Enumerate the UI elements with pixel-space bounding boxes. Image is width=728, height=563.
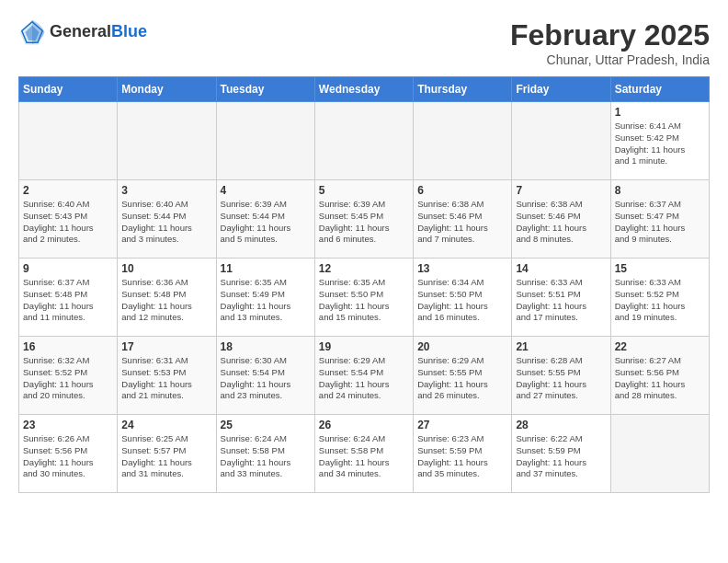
location: Chunar, Uttar Pradesh, India xyxy=(510,52,710,67)
calendar-cell xyxy=(216,102,314,180)
calendar-cell: 23Sunrise: 6:26 AM Sunset: 5:56 PM Dayli… xyxy=(19,415,118,493)
day-number: 18 xyxy=(221,340,311,353)
weekday-header: Sunday xyxy=(19,77,118,102)
day-info: Sunrise: 6:26 AM Sunset: 5:56 PM Dayligh… xyxy=(23,433,113,480)
calendar-cell xyxy=(414,102,512,180)
day-info: Sunrise: 6:28 AM Sunset: 5:55 PM Dayligh… xyxy=(516,355,606,402)
calendar-cell: 10Sunrise: 6:36 AM Sunset: 5:48 PM Dayli… xyxy=(118,259,216,337)
calendar-cell: 24Sunrise: 6:25 AM Sunset: 5:57 PM Dayli… xyxy=(118,415,216,493)
day-number: 21 xyxy=(516,340,606,353)
day-number: 19 xyxy=(319,340,409,353)
day-info: Sunrise: 6:36 AM Sunset: 5:48 PM Dayligh… xyxy=(121,277,211,324)
calendar-week-row: 2Sunrise: 6:40 AM Sunset: 5:43 PM Daylig… xyxy=(19,180,710,259)
page-header: GeneralBlue February 2025 Chunar, Uttar … xyxy=(18,18,710,67)
title-block: February 2025 Chunar, Uttar Pradesh, Ind… xyxy=(510,18,710,67)
day-number: 5 xyxy=(319,184,409,197)
calendar-cell xyxy=(314,102,413,180)
calendar-cell: 20Sunrise: 6:29 AM Sunset: 5:55 PM Dayli… xyxy=(414,337,512,415)
day-number: 8 xyxy=(615,184,705,197)
calendar-cell: 15Sunrise: 6:33 AM Sunset: 5:52 PM Dayli… xyxy=(610,259,709,337)
day-number: 15 xyxy=(615,262,705,275)
day-info: Sunrise: 6:38 AM Sunset: 5:46 PM Dayligh… xyxy=(417,199,507,246)
calendar-cell: 18Sunrise: 6:30 AM Sunset: 5:54 PM Dayli… xyxy=(216,337,314,415)
calendar-cell: 12Sunrise: 6:35 AM Sunset: 5:50 PM Dayli… xyxy=(314,259,413,337)
calendar-cell: 1Sunrise: 6:41 AM Sunset: 5:42 PM Daylig… xyxy=(610,102,709,180)
day-info: Sunrise: 6:35 AM Sunset: 5:50 PM Dayligh… xyxy=(319,277,409,324)
calendar-cell: 5Sunrise: 6:39 AM Sunset: 5:45 PM Daylig… xyxy=(314,180,413,259)
calendar-week-row: 23Sunrise: 6:26 AM Sunset: 5:56 PM Dayli… xyxy=(19,415,710,493)
calendar-cell: 4Sunrise: 6:39 AM Sunset: 5:44 PM Daylig… xyxy=(216,180,314,259)
weekday-header: Tuesday xyxy=(216,77,314,102)
day-number: 22 xyxy=(615,340,705,353)
day-info: Sunrise: 6:37 AM Sunset: 5:48 PM Dayligh… xyxy=(23,277,113,324)
day-number: 25 xyxy=(221,419,311,431)
calendar-cell xyxy=(610,415,709,493)
weekday-header: Friday xyxy=(512,77,610,102)
calendar-cell: 26Sunrise: 6:24 AM Sunset: 5:58 PM Dayli… xyxy=(314,415,413,493)
calendar-cell: 19Sunrise: 6:29 AM Sunset: 5:54 PM Dayli… xyxy=(314,337,413,415)
day-number: 10 xyxy=(121,262,211,275)
day-info: Sunrise: 6:39 AM Sunset: 5:44 PM Dayligh… xyxy=(221,199,311,246)
calendar-cell: 3Sunrise: 6:40 AM Sunset: 5:44 PM Daylig… xyxy=(118,180,216,259)
calendar-cell xyxy=(512,102,610,180)
day-info: Sunrise: 6:25 AM Sunset: 5:57 PM Dayligh… xyxy=(121,433,211,480)
day-number: 7 xyxy=(516,184,606,197)
weekday-header: Monday xyxy=(118,77,216,102)
day-info: Sunrise: 6:27 AM Sunset: 5:56 PM Dayligh… xyxy=(615,355,705,402)
day-info: Sunrise: 6:24 AM Sunset: 5:58 PM Dayligh… xyxy=(221,433,311,480)
day-number: 24 xyxy=(121,419,211,431)
day-info: Sunrise: 6:29 AM Sunset: 5:55 PM Dayligh… xyxy=(417,355,507,402)
calendar-cell: 6Sunrise: 6:38 AM Sunset: 5:46 PM Daylig… xyxy=(414,180,512,259)
day-number: 9 xyxy=(23,262,113,275)
day-number: 6 xyxy=(417,184,507,197)
day-info: Sunrise: 6:34 AM Sunset: 5:50 PM Dayligh… xyxy=(417,277,507,324)
day-info: Sunrise: 6:24 AM Sunset: 5:58 PM Dayligh… xyxy=(319,433,409,480)
day-number: 20 xyxy=(417,340,507,353)
day-info: Sunrise: 6:33 AM Sunset: 5:51 PM Dayligh… xyxy=(516,277,606,324)
day-info: Sunrise: 6:31 AM Sunset: 5:53 PM Dayligh… xyxy=(121,355,211,402)
day-number: 2 xyxy=(23,184,113,197)
calendar-week-row: 16Sunrise: 6:32 AM Sunset: 5:52 PM Dayli… xyxy=(19,337,710,415)
day-number: 13 xyxy=(417,262,507,275)
day-info: Sunrise: 6:23 AM Sunset: 5:59 PM Dayligh… xyxy=(417,433,507,480)
day-info: Sunrise: 6:29 AM Sunset: 5:54 PM Dayligh… xyxy=(319,355,409,402)
calendar-cell: 27Sunrise: 6:23 AM Sunset: 5:59 PM Dayli… xyxy=(414,415,512,493)
calendar-cell: 2Sunrise: 6:40 AM Sunset: 5:43 PM Daylig… xyxy=(19,180,118,259)
day-info: Sunrise: 6:38 AM Sunset: 5:46 PM Dayligh… xyxy=(516,199,606,246)
day-number: 11 xyxy=(221,262,311,275)
day-info: Sunrise: 6:41 AM Sunset: 5:42 PM Dayligh… xyxy=(615,121,705,167)
calendar-cell: 13Sunrise: 6:34 AM Sunset: 5:50 PM Dayli… xyxy=(414,259,512,337)
weekday-header: Thursday xyxy=(414,77,512,102)
day-info: Sunrise: 6:40 AM Sunset: 5:44 PM Dayligh… xyxy=(121,199,211,246)
calendar-cell: 9Sunrise: 6:37 AM Sunset: 5:48 PM Daylig… xyxy=(19,259,118,337)
day-info: Sunrise: 6:35 AM Sunset: 5:49 PM Dayligh… xyxy=(221,277,311,324)
day-number: 4 xyxy=(221,184,311,197)
calendar-cell: 11Sunrise: 6:35 AM Sunset: 5:49 PM Dayli… xyxy=(216,259,314,337)
calendar-cell: 17Sunrise: 6:31 AM Sunset: 5:53 PM Dayli… xyxy=(118,337,216,415)
calendar-week-row: 1Sunrise: 6:41 AM Sunset: 5:42 PM Daylig… xyxy=(19,102,710,180)
calendar-cell: 14Sunrise: 6:33 AM Sunset: 5:51 PM Dayli… xyxy=(512,259,610,337)
day-info: Sunrise: 6:39 AM Sunset: 5:45 PM Dayligh… xyxy=(319,199,409,246)
day-info: Sunrise: 6:22 AM Sunset: 5:59 PM Dayligh… xyxy=(516,433,606,480)
logo-icon xyxy=(18,18,46,46)
weekday-header: Wednesday xyxy=(314,77,413,102)
calendar-cell: 7Sunrise: 6:38 AM Sunset: 5:46 PM Daylig… xyxy=(512,180,610,259)
calendar-cell: 21Sunrise: 6:28 AM Sunset: 5:55 PM Dayli… xyxy=(512,337,610,415)
logo: GeneralBlue xyxy=(18,18,147,46)
day-info: Sunrise: 6:30 AM Sunset: 5:54 PM Dayligh… xyxy=(221,355,311,402)
day-info: Sunrise: 6:37 AM Sunset: 5:47 PM Dayligh… xyxy=(615,199,705,246)
calendar-cell: 25Sunrise: 6:24 AM Sunset: 5:58 PM Dayli… xyxy=(216,415,314,493)
day-number: 27 xyxy=(417,419,507,431)
weekday-header: Saturday xyxy=(610,77,709,102)
calendar-cell: 22Sunrise: 6:27 AM Sunset: 5:56 PM Dayli… xyxy=(610,337,709,415)
calendar-table: SundayMondayTuesdayWednesdayThursdayFrid… xyxy=(18,76,710,493)
day-number: 26 xyxy=(319,419,409,431)
day-number: 12 xyxy=(319,262,409,275)
day-number: 14 xyxy=(516,262,606,275)
logo-text: GeneralBlue xyxy=(50,23,147,41)
day-number: 3 xyxy=(121,184,211,197)
weekday-header-row: SundayMondayTuesdayWednesdayThursdayFrid… xyxy=(19,77,710,102)
calendar-cell: 16Sunrise: 6:32 AM Sunset: 5:52 PM Dayli… xyxy=(19,337,118,415)
day-number: 17 xyxy=(121,340,211,353)
day-number: 23 xyxy=(23,419,113,431)
